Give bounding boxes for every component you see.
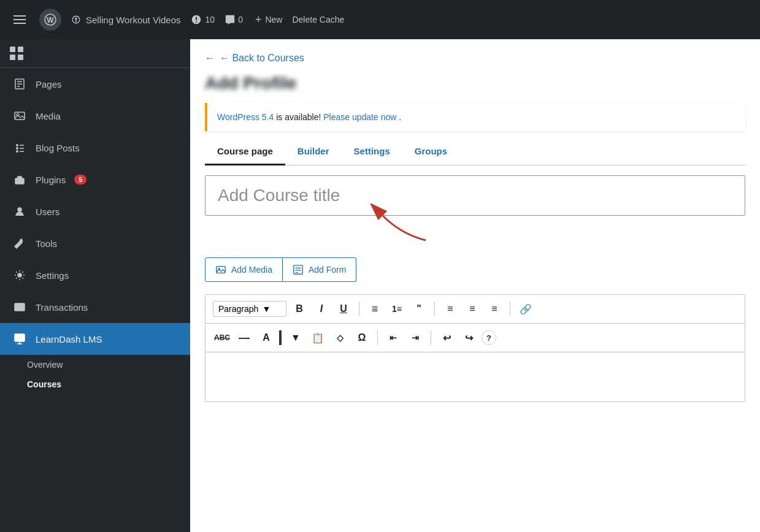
- svg-rect-5: [10, 47, 15, 52]
- bold-button[interactable]: B: [290, 300, 309, 318]
- sidebar-item-settings[interactable]: Settings: [0, 259, 190, 291]
- sidebar-item-label: Media: [36, 111, 61, 121]
- add-media-icon: [215, 264, 226, 275]
- page-title: Add Profile: [205, 74, 745, 93]
- main-content: ← ← Back to Courses Add Profile WordPres…: [190, 39, 760, 532]
- svg-rect-6: [18, 47, 23, 52]
- sidebar-toggle-icon[interactable]: [10, 10, 29, 29]
- toolbar-divider-5: [431, 330, 431, 345]
- sidebar-item-users[interactable]: Users: [0, 196, 190, 227]
- undo-button[interactable]: ↩: [437, 329, 456, 347]
- special-char-button[interactable]: Ω: [353, 329, 371, 347]
- wp-logo[interactable]: W: [39, 9, 61, 31]
- users-icon: [12, 204, 27, 219]
- redo-button[interactable]: ↪: [459, 329, 478, 347]
- sidebar-item-pages[interactable]: Pages: [0, 68, 190, 100]
- paragraph-format-select[interactable]: Paragraph ▼: [213, 301, 286, 317]
- plugins-badge: 5: [74, 175, 86, 184]
- tab-course-page[interactable]: Course page: [205, 139, 285, 165]
- tools-icon: [12, 236, 27, 251]
- sidebar-sub-item-courses[interactable]: Courses: [0, 374, 190, 394]
- updates-count: 10: [205, 15, 215, 25]
- align-left-button[interactable]: ≡: [441, 300, 459, 318]
- app-body: Pages Media Blog Posts Plugins 5: [0, 39, 760, 532]
- sidebar-item-learndash-lms[interactable]: LearnDash LMS: [0, 323, 190, 355]
- sidebar-sub-item-overview[interactable]: Overview: [0, 355, 190, 374]
- media-sidebar-icon: [12, 108, 27, 123]
- dropdown-arrow-button[interactable]: ▼: [286, 329, 305, 347]
- course-title-input[interactable]: [205, 176, 745, 215]
- sidebar-item-plugins[interactable]: Plugins 5: [0, 164, 190, 196]
- toolbar-row-1: Paragraph ▼ B I U ≡ 1≡ " ≡ ≡ ≡ 🔗: [205, 295, 745, 324]
- new-button[interactable]: + New: [255, 13, 283, 26]
- wp-version-link[interactable]: WordPress 5.4: [217, 112, 274, 122]
- add-form-label: Add Form: [309, 265, 346, 275]
- wordpress-update-notice: WordPress 5.4 is available! Please updat…: [205, 103, 745, 131]
- sidebar-item-label: LearnDash LMS: [36, 334, 102, 344]
- back-link-label: ← Back to Courses: [220, 53, 304, 64]
- align-center-button[interactable]: ≡: [463, 300, 482, 318]
- pages-icon: [12, 77, 27, 91]
- site-name[interactable]: Selling Workout Videos: [71, 15, 181, 25]
- svg-point-17: [16, 147, 18, 150]
- update-now-link[interactable]: Please update now: [323, 112, 396, 122]
- svg-rect-13: [15, 112, 25, 120]
- hr-button[interactable]: —: [235, 329, 253, 347]
- svg-point-19: [16, 150, 18, 153]
- tab-settings[interactable]: Settings: [342, 139, 402, 165]
- unordered-list-button[interactable]: ≡: [366, 300, 384, 318]
- paste-text-button[interactable]: 📋: [309, 329, 327, 347]
- transactions-icon: [12, 300, 27, 314]
- font-color-swatch: [279, 330, 282, 345]
- sidebar-item-transactions[interactable]: Transactions: [0, 291, 190, 323]
- updates-button[interactable]: 10: [191, 14, 215, 25]
- comments-count: 0: [238, 15, 243, 25]
- sidebar-item-tools[interactable]: Tools: [0, 227, 190, 259]
- tab-builder[interactable]: Builder: [285, 139, 342, 165]
- sidebar-item-label: Transactions: [36, 302, 88, 313]
- sidebar-header: [0, 39, 190, 68]
- ordered-list-button[interactable]: 1≡: [388, 300, 406, 318]
- svg-rect-29: [217, 267, 225, 273]
- notice-text: is available!: [276, 112, 323, 122]
- back-to-courses-link[interactable]: ← ← Back to Courses: [190, 39, 760, 74]
- sidebar-item-label: Blog Posts: [36, 143, 80, 153]
- add-form-button[interactable]: Add Form: [283, 257, 356, 282]
- increase-indent-button[interactable]: ⇥: [406, 329, 424, 347]
- plugins-icon: [12, 172, 27, 187]
- sidebar-item-label: Plugins: [36, 175, 66, 185]
- delete-cache-button[interactable]: Delete Cache: [292, 15, 344, 25]
- strikethrough-button[interactable]: ABC: [213, 329, 231, 347]
- new-label: New: [265, 15, 282, 25]
- align-right-button[interactable]: ≡: [485, 300, 504, 318]
- svg-rect-25: [15, 303, 25, 311]
- italic-button[interactable]: I: [312, 300, 331, 318]
- editor-action-buttons: Add Media Add Form: [205, 257, 745, 282]
- clear-format-button[interactable]: ◇: [331, 329, 349, 347]
- paragraph-label: Paragraph: [218, 304, 258, 314]
- help-button[interactable]: ?: [482, 330, 496, 345]
- underline-button[interactable]: U: [334, 300, 353, 318]
- sidebar-item-blog-posts[interactable]: Blog Posts: [0, 132, 190, 164]
- settings-icon: [12, 268, 27, 283]
- decrease-indent-button[interactable]: ⇤: [384, 329, 402, 347]
- toolbar-divider: [359, 302, 359, 316]
- sidebar-item-media[interactable]: Media: [0, 100, 190, 132]
- svg-rect-1: [13, 19, 26, 20]
- font-color-button[interactable]: A: [257, 329, 275, 347]
- blog-posts-icon: [12, 140, 27, 155]
- sidebar-item-label: Users: [36, 207, 59, 217]
- sidebar-item-label: Pages: [36, 79, 62, 89]
- add-media-label: Add Media: [231, 265, 272, 275]
- blockquote-button[interactable]: ": [410, 300, 428, 318]
- add-media-button[interactable]: Add Media: [205, 257, 283, 282]
- toolbar-divider-3: [510, 302, 510, 316]
- editor-content[interactable]: [205, 352, 745, 401]
- tab-groups[interactable]: Groups: [402, 139, 459, 165]
- insert-link-button[interactable]: 🔗: [516, 300, 535, 318]
- course-title-wrapper: [205, 175, 745, 216]
- sidebar-item-label: Settings: [36, 270, 69, 281]
- add-form-icon: [293, 264, 304, 275]
- comments-button[interactable]: 0: [225, 14, 243, 25]
- editor-area: Paragraph ▼ B I U ≡ 1≡ " ≡ ≡ ≡ 🔗 ABC: [205, 294, 745, 402]
